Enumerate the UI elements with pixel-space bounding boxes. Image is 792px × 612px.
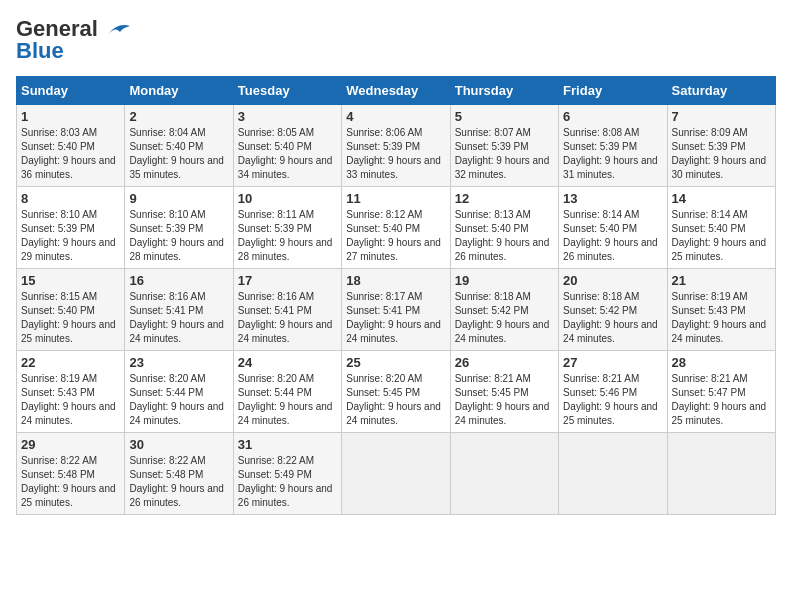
day-number: 19 bbox=[455, 273, 554, 288]
calendar-cell: 16Sunrise: 8:16 AM Sunset: 5:41 PM Dayli… bbox=[125, 269, 233, 351]
calendar-cell: 22Sunrise: 8:19 AM Sunset: 5:43 PM Dayli… bbox=[17, 351, 125, 433]
day-number: 15 bbox=[21, 273, 120, 288]
day-info: Sunrise: 8:14 AM Sunset: 5:40 PM Dayligh… bbox=[563, 208, 662, 264]
calendar-cell: 9Sunrise: 8:10 AM Sunset: 5:39 PM Daylig… bbox=[125, 187, 233, 269]
calendar-week-row: 29Sunrise: 8:22 AM Sunset: 5:48 PM Dayli… bbox=[17, 433, 776, 515]
calendar-cell bbox=[559, 433, 667, 515]
day-number: 2 bbox=[129, 109, 228, 124]
calendar-cell: 11Sunrise: 8:12 AM Sunset: 5:40 PM Dayli… bbox=[342, 187, 450, 269]
calendar-cell: 23Sunrise: 8:20 AM Sunset: 5:44 PM Dayli… bbox=[125, 351, 233, 433]
day-info: Sunrise: 8:17 AM Sunset: 5:41 PM Dayligh… bbox=[346, 290, 445, 346]
calendar-cell: 27Sunrise: 8:21 AM Sunset: 5:46 PM Dayli… bbox=[559, 351, 667, 433]
day-number: 10 bbox=[238, 191, 337, 206]
day-info: Sunrise: 8:21 AM Sunset: 5:45 PM Dayligh… bbox=[455, 372, 554, 428]
day-number: 18 bbox=[346, 273, 445, 288]
calendar-week-row: 8Sunrise: 8:10 AM Sunset: 5:39 PM Daylig… bbox=[17, 187, 776, 269]
calendar-week-row: 22Sunrise: 8:19 AM Sunset: 5:43 PM Dayli… bbox=[17, 351, 776, 433]
day-info: Sunrise: 8:06 AM Sunset: 5:39 PM Dayligh… bbox=[346, 126, 445, 182]
day-info: Sunrise: 8:20 AM Sunset: 5:44 PM Dayligh… bbox=[129, 372, 228, 428]
logo: General Blue bbox=[16, 16, 132, 64]
day-info: Sunrise: 8:11 AM Sunset: 5:39 PM Dayligh… bbox=[238, 208, 337, 264]
day-number: 4 bbox=[346, 109, 445, 124]
day-info: Sunrise: 8:13 AM Sunset: 5:40 PM Dayligh… bbox=[455, 208, 554, 264]
day-info: Sunrise: 8:18 AM Sunset: 5:42 PM Dayligh… bbox=[563, 290, 662, 346]
day-of-week-thursday: Thursday bbox=[450, 77, 558, 105]
day-number: 16 bbox=[129, 273, 228, 288]
day-number: 11 bbox=[346, 191, 445, 206]
calendar-cell: 20Sunrise: 8:18 AM Sunset: 5:42 PM Dayli… bbox=[559, 269, 667, 351]
day-info: Sunrise: 8:05 AM Sunset: 5:40 PM Dayligh… bbox=[238, 126, 337, 182]
calendar-cell bbox=[667, 433, 775, 515]
calendar-cell: 14Sunrise: 8:14 AM Sunset: 5:40 PM Dayli… bbox=[667, 187, 775, 269]
calendar-header-row: SundayMondayTuesdayWednesdayThursdayFrid… bbox=[17, 77, 776, 105]
logo-blue: Blue bbox=[16, 38, 64, 64]
calendar-cell: 1Sunrise: 8:03 AM Sunset: 5:40 PM Daylig… bbox=[17, 105, 125, 187]
calendar-cell: 4Sunrise: 8:06 AM Sunset: 5:39 PM Daylig… bbox=[342, 105, 450, 187]
day-number: 23 bbox=[129, 355, 228, 370]
day-of-week-tuesday: Tuesday bbox=[233, 77, 341, 105]
calendar-cell: 21Sunrise: 8:19 AM Sunset: 5:43 PM Dayli… bbox=[667, 269, 775, 351]
day-info: Sunrise: 8:09 AM Sunset: 5:39 PM Dayligh… bbox=[672, 126, 771, 182]
calendar-week-row: 1Sunrise: 8:03 AM Sunset: 5:40 PM Daylig… bbox=[17, 105, 776, 187]
calendar-cell bbox=[450, 433, 558, 515]
day-number: 5 bbox=[455, 109, 554, 124]
day-number: 29 bbox=[21, 437, 120, 452]
day-info: Sunrise: 8:03 AM Sunset: 5:40 PM Dayligh… bbox=[21, 126, 120, 182]
day-number: 21 bbox=[672, 273, 771, 288]
day-info: Sunrise: 8:10 AM Sunset: 5:39 PM Dayligh… bbox=[21, 208, 120, 264]
day-number: 14 bbox=[672, 191, 771, 206]
calendar-cell: 25Sunrise: 8:20 AM Sunset: 5:45 PM Dayli… bbox=[342, 351, 450, 433]
calendar-cell: 5Sunrise: 8:07 AM Sunset: 5:39 PM Daylig… bbox=[450, 105, 558, 187]
day-number: 12 bbox=[455, 191, 554, 206]
day-info: Sunrise: 8:18 AM Sunset: 5:42 PM Dayligh… bbox=[455, 290, 554, 346]
calendar-cell: 15Sunrise: 8:15 AM Sunset: 5:40 PM Dayli… bbox=[17, 269, 125, 351]
day-info: Sunrise: 8:21 AM Sunset: 5:47 PM Dayligh… bbox=[672, 372, 771, 428]
day-number: 8 bbox=[21, 191, 120, 206]
day-info: Sunrise: 8:19 AM Sunset: 5:43 PM Dayligh… bbox=[672, 290, 771, 346]
calendar-cell: 6Sunrise: 8:08 AM Sunset: 5:39 PM Daylig… bbox=[559, 105, 667, 187]
calendar-table: SundayMondayTuesdayWednesdayThursdayFrid… bbox=[16, 76, 776, 515]
day-number: 7 bbox=[672, 109, 771, 124]
calendar-cell: 17Sunrise: 8:16 AM Sunset: 5:41 PM Dayli… bbox=[233, 269, 341, 351]
day-info: Sunrise: 8:22 AM Sunset: 5:48 PM Dayligh… bbox=[129, 454, 228, 510]
day-info: Sunrise: 8:14 AM Sunset: 5:40 PM Dayligh… bbox=[672, 208, 771, 264]
calendar-cell: 31Sunrise: 8:22 AM Sunset: 5:49 PM Dayli… bbox=[233, 433, 341, 515]
day-info: Sunrise: 8:07 AM Sunset: 5:39 PM Dayligh… bbox=[455, 126, 554, 182]
day-number: 28 bbox=[672, 355, 771, 370]
logo-bird-icon bbox=[100, 18, 132, 40]
day-info: Sunrise: 8:22 AM Sunset: 5:48 PM Dayligh… bbox=[21, 454, 120, 510]
day-number: 26 bbox=[455, 355, 554, 370]
day-info: Sunrise: 8:21 AM Sunset: 5:46 PM Dayligh… bbox=[563, 372, 662, 428]
page-header: General Blue bbox=[16, 16, 776, 64]
day-number: 6 bbox=[563, 109, 662, 124]
day-number: 31 bbox=[238, 437, 337, 452]
calendar-cell: 2Sunrise: 8:04 AM Sunset: 5:40 PM Daylig… bbox=[125, 105, 233, 187]
calendar-cell: 28Sunrise: 8:21 AM Sunset: 5:47 PM Dayli… bbox=[667, 351, 775, 433]
day-info: Sunrise: 8:08 AM Sunset: 5:39 PM Dayligh… bbox=[563, 126, 662, 182]
day-info: Sunrise: 8:20 AM Sunset: 5:44 PM Dayligh… bbox=[238, 372, 337, 428]
day-number: 27 bbox=[563, 355, 662, 370]
calendar-cell: 30Sunrise: 8:22 AM Sunset: 5:48 PM Dayli… bbox=[125, 433, 233, 515]
day-of-week-monday: Monday bbox=[125, 77, 233, 105]
calendar-cell: 7Sunrise: 8:09 AM Sunset: 5:39 PM Daylig… bbox=[667, 105, 775, 187]
day-info: Sunrise: 8:16 AM Sunset: 5:41 PM Dayligh… bbox=[238, 290, 337, 346]
calendar-cell: 12Sunrise: 8:13 AM Sunset: 5:40 PM Dayli… bbox=[450, 187, 558, 269]
calendar-cell bbox=[342, 433, 450, 515]
day-number: 30 bbox=[129, 437, 228, 452]
calendar-cell: 13Sunrise: 8:14 AM Sunset: 5:40 PM Dayli… bbox=[559, 187, 667, 269]
day-number: 1 bbox=[21, 109, 120, 124]
calendar-cell: 10Sunrise: 8:11 AM Sunset: 5:39 PM Dayli… bbox=[233, 187, 341, 269]
calendar-cell: 26Sunrise: 8:21 AM Sunset: 5:45 PM Dayli… bbox=[450, 351, 558, 433]
day-number: 25 bbox=[346, 355, 445, 370]
day-number: 13 bbox=[563, 191, 662, 206]
day-number: 22 bbox=[21, 355, 120, 370]
day-info: Sunrise: 8:12 AM Sunset: 5:40 PM Dayligh… bbox=[346, 208, 445, 264]
calendar-cell: 19Sunrise: 8:18 AM Sunset: 5:42 PM Dayli… bbox=[450, 269, 558, 351]
day-info: Sunrise: 8:22 AM Sunset: 5:49 PM Dayligh… bbox=[238, 454, 337, 510]
calendar-cell: 18Sunrise: 8:17 AM Sunset: 5:41 PM Dayli… bbox=[342, 269, 450, 351]
day-number: 17 bbox=[238, 273, 337, 288]
day-of-week-friday: Friday bbox=[559, 77, 667, 105]
day-of-week-saturday: Saturday bbox=[667, 77, 775, 105]
calendar-cell: 3Sunrise: 8:05 AM Sunset: 5:40 PM Daylig… bbox=[233, 105, 341, 187]
day-info: Sunrise: 8:20 AM Sunset: 5:45 PM Dayligh… bbox=[346, 372, 445, 428]
